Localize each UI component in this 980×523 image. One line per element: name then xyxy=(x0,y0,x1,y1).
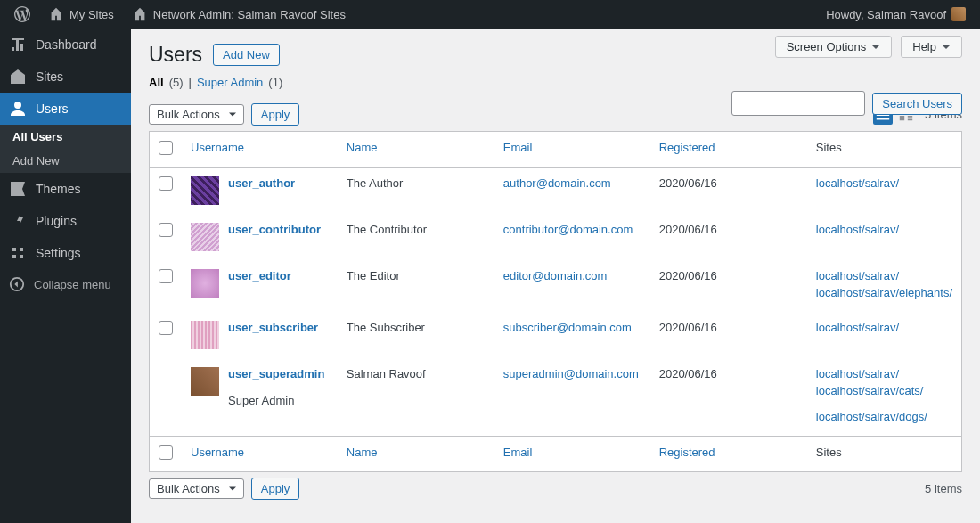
table-row: user_editorThe Editoreditor@domain.com20… xyxy=(150,260,962,312)
house-icon xyxy=(48,6,64,22)
username-link[interactable]: user_editor xyxy=(228,269,291,282)
super-admin-badge: Super Admin xyxy=(228,394,329,407)
site-link[interactable]: localhost/salrav/elephants/ xyxy=(816,286,952,299)
themes-icon xyxy=(9,180,27,198)
username-link[interactable]: user_superadmin xyxy=(228,367,324,380)
email-link[interactable]: contributor@domain.com xyxy=(503,223,633,236)
col-username[interactable]: Username xyxy=(182,132,338,168)
col-username-foot[interactable]: Username xyxy=(182,437,338,472)
avatar xyxy=(191,176,219,205)
my-sites-label: My Sites xyxy=(69,8,114,21)
menu-plugins[interactable]: Plugins xyxy=(0,205,131,237)
admin-bar: My Sites Network Admin: Salman Ravoof Si… xyxy=(0,0,980,29)
site-link[interactable]: localhost/salrav/ xyxy=(816,367,899,380)
avatar xyxy=(191,367,219,396)
site-link[interactable]: localhost/salrav/ xyxy=(816,223,899,236)
apply-button-bottom[interactable]: Apply xyxy=(251,478,300,500)
chevron-down-icon xyxy=(942,43,951,52)
page-title: Users xyxy=(149,43,202,67)
email-link[interactable]: author@domain.com xyxy=(503,176,611,190)
col-name[interactable]: Name xyxy=(338,132,494,168)
wordpress-icon xyxy=(14,6,30,22)
username-link[interactable]: user_author xyxy=(228,176,295,190)
screen-options-button[interactable]: Screen Options xyxy=(775,36,893,58)
registered-cell: 2020/06/16 xyxy=(650,312,807,358)
row-checkbox[interactable] xyxy=(159,223,173,237)
name-cell: Salman Ravoof xyxy=(338,358,494,437)
menu-users[interactable]: Users xyxy=(0,93,131,125)
submenu-add-new[interactable]: Add New xyxy=(0,149,131,173)
email-link[interactable]: subscriber@domain.com xyxy=(503,321,632,334)
menu-label: Themes xyxy=(36,182,81,196)
adminbar-logo[interactable] xyxy=(7,0,37,29)
dashboard-icon xyxy=(9,36,27,53)
filter-super-admin[interactable]: Super Admin xyxy=(197,76,263,89)
select-all-checkbox[interactable] xyxy=(159,141,173,155)
bulk-actions-select-bottom[interactable]: Bulk Actions xyxy=(149,478,244,499)
filter-all-count: (5) xyxy=(169,76,184,89)
select-all-checkbox-bottom[interactable] xyxy=(159,445,173,460)
help-label: Help xyxy=(912,40,936,53)
collapse-icon xyxy=(9,276,25,292)
name-cell: The Author xyxy=(338,168,494,215)
collapse-menu[interactable]: Collapse menu xyxy=(0,269,131,299)
table-row: user_authorThe Authorauthor@domain.com20… xyxy=(150,168,962,215)
bulk-label: Bulk Actions xyxy=(157,482,220,495)
adminbar-network-admin[interactable]: Network Admin: Salman Ravoof Sites xyxy=(125,0,353,29)
filter-super-count: (1) xyxy=(268,76,282,89)
adminbar-howdy[interactable]: Howdy, Salman Ravoof xyxy=(819,0,973,29)
table-row: user_superadmin — Super AdminSalman Ravo… xyxy=(150,358,962,437)
email-link[interactable]: editor@domain.com xyxy=(503,269,608,282)
col-email-foot[interactable]: Email xyxy=(494,437,650,472)
name-cell: The Editor xyxy=(338,260,494,312)
filter-sep: | xyxy=(189,76,192,89)
search-users-button[interactable]: Search Users xyxy=(872,93,962,115)
table-row: user_contributorThe Contributorcontribut… xyxy=(150,214,962,260)
username-link[interactable]: user_contributor xyxy=(228,223,321,236)
col-name-foot[interactable]: Name xyxy=(338,437,494,472)
avatar xyxy=(191,223,219,251)
content-area: Screen Options Help Users Add New Search… xyxy=(131,29,980,523)
menu-settings[interactable]: Settings xyxy=(0,237,131,269)
adminbar-my-sites[interactable]: My Sites xyxy=(41,0,121,29)
bulk-label: Bulk Actions xyxy=(157,108,220,121)
users-icon xyxy=(9,100,27,118)
menu-dashboard[interactable]: Dashboard xyxy=(0,29,131,61)
col-registered[interactable]: Registered xyxy=(650,132,807,168)
registered-cell: 2020/06/16 xyxy=(650,168,807,215)
search-input[interactable] xyxy=(731,91,865,116)
house-icon xyxy=(132,6,148,22)
chevron-down-icon xyxy=(871,43,880,52)
row-checkbox[interactable] xyxy=(159,269,173,283)
site-link[interactable]: localhost/salrav/ xyxy=(816,269,899,282)
col-email[interactable]: Email xyxy=(494,132,650,168)
menu-label: Users xyxy=(36,102,69,116)
col-sites: Sites xyxy=(807,132,962,168)
help-button[interactable]: Help xyxy=(901,36,962,58)
registered-cell: 2020/06/16 xyxy=(650,358,807,437)
username-link[interactable]: user_subscriber xyxy=(228,321,318,334)
row-checkbox[interactable] xyxy=(159,176,173,191)
apply-button[interactable]: Apply xyxy=(251,103,300,126)
menu-label: Dashboard xyxy=(36,37,97,52)
site-link[interactable]: localhost/salrav/dogs/ xyxy=(816,410,927,423)
site-link[interactable]: localhost/salrav/cats/ xyxy=(816,384,924,397)
submenu-all-users[interactable]: All Users xyxy=(0,125,131,149)
add-new-button[interactable]: Add New xyxy=(213,44,280,66)
users-table: Username Name Email Registered Sites use… xyxy=(149,131,962,472)
howdy-label: Howdy, Salman Ravoof xyxy=(826,8,946,21)
submenu-users: All Users Add New xyxy=(0,125,131,173)
sites-icon xyxy=(9,68,27,86)
email-link[interactable]: superadmin@domain.com xyxy=(503,367,639,380)
menu-sites[interactable]: Sites xyxy=(0,61,131,93)
site-link[interactable]: localhost/salrav/ xyxy=(816,321,899,334)
bulk-actions-select[interactable]: Bulk Actions xyxy=(149,104,244,125)
site-link[interactable]: localhost/salrav/ xyxy=(816,176,899,190)
filter-all[interactable]: All xyxy=(149,76,164,89)
col-registered-foot[interactable]: Registered xyxy=(650,437,807,472)
avatar xyxy=(191,321,219,349)
menu-themes[interactable]: Themes xyxy=(0,173,131,205)
col-sites-foot: Sites xyxy=(807,437,962,472)
row-checkbox[interactable] xyxy=(159,321,173,335)
collapse-label: Collapse menu xyxy=(34,278,111,291)
